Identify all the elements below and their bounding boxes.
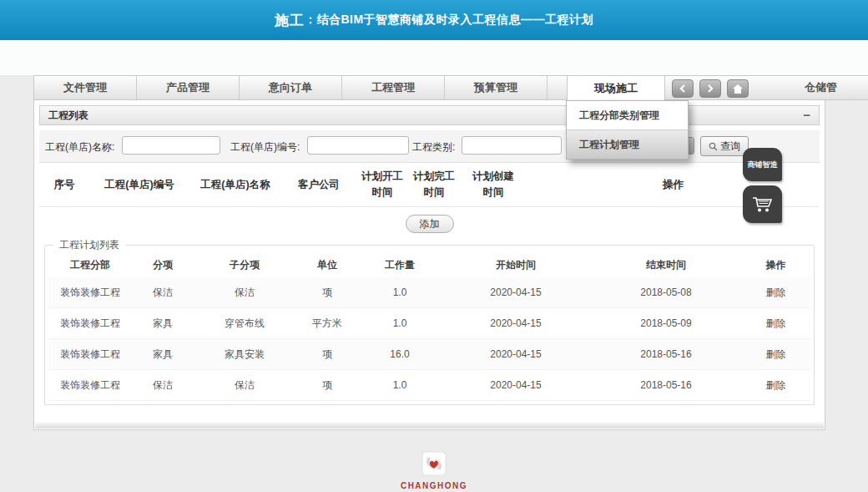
top-banner: 施工 ：结合BIM于智慧商铺及时录入工程信息——工程计划	[0, 0, 868, 40]
col-action: 操作	[741, 258, 810, 272]
project-code-input[interactable]	[307, 136, 409, 155]
table-row: 装饰装修工程 保洁 保洁 项 1.0 2020-04-15 2018-05-16…	[48, 370, 810, 401]
menu-item-plan-management[interactable]: 工程计划管理	[567, 129, 688, 159]
cell-item: 保洁	[132, 378, 194, 393]
scroll-left-button[interactable]	[672, 79, 694, 98]
col-subitem: 子分项	[194, 258, 295, 272]
panel-title: 工程列表	[48, 109, 803, 123]
col-unit: 单位	[295, 258, 359, 272]
delete-link[interactable]: 删除	[741, 347, 810, 362]
badge-label: 商铺智造	[748, 160, 778, 170]
add-button[interactable]: 添加	[406, 215, 454, 233]
table-row: 装饰装修工程 家具 家具安装 项 16.0 2020-04-15 2018-05…	[48, 339, 810, 370]
footer: CHANGHONG	[0, 451, 868, 490]
cell-division: 装饰装修工程	[48, 317, 132, 331]
col-project-code: 工程(单店)编号	[89, 177, 189, 193]
delete-link[interactable]: 删除	[741, 317, 810, 331]
plan-table-header: 工程分部 分项 子分项 单位 工作量 开始时间 结束时间 操作	[48, 252, 810, 277]
table-row: 装饰装修工程 家具 穿管布线 平方米 1.0 2020-04-15 2018-0…	[48, 308, 810, 339]
cell-end-time: 2018-05-08	[591, 287, 741, 298]
tab-file-management[interactable]: 文件管理	[34, 76, 137, 99]
cell-workload: 1.0	[359, 287, 441, 298]
banner-title: ：结合BIM于智慧商铺及时录入工程信息——工程计划	[305, 13, 593, 28]
project-code-label: 工程(单店)编号:	[230, 140, 300, 155]
horizontal-scrollbar[interactable]	[35, 421, 824, 429]
cell-workload: 16.0	[359, 348, 441, 360]
cell-unit: 平方米	[295, 317, 359, 331]
header-spacer	[0, 40, 868, 75]
cell-start-time: 2020-04-15	[441, 287, 591, 298]
project-list-panel: 工程列表 − 工程(单店)名称: 工程(单店)编号: 工程类别: 是否单店: 请…	[33, 100, 825, 430]
cell-subitem: 穿管布线	[194, 317, 295, 331]
tab-scroll-controls	[672, 79, 749, 98]
plan-list-legend: 工程计划列表	[53, 238, 125, 252]
chevron-right-icon	[706, 84, 714, 93]
col-end-time: 结束时间	[591, 258, 741, 272]
brand-name: CHANGHONG	[401, 481, 467, 490]
col-seq: 序号	[39, 177, 89, 193]
cell-subitem: 家具安装	[194, 347, 295, 362]
project-name-input[interactable]	[122, 136, 220, 155]
tab-product-management[interactable]: 产品管理	[137, 76, 240, 99]
scroll-right-button[interactable]	[699, 79, 721, 98]
cell-subitem: 保洁	[194, 286, 295, 300]
cell-item: 家具	[132, 347, 194, 362]
col-start-time: 开始时间	[441, 258, 591, 272]
search-icon	[709, 142, 718, 151]
delete-link[interactable]: 删除	[741, 286, 810, 300]
chevron-left-icon	[679, 84, 687, 93]
col-item: 分项	[132, 258, 194, 272]
cell-item: 家具	[132, 317, 194, 331]
cell-start-time: 2020-04-15	[441, 317, 591, 329]
cell-unit: 项	[295, 378, 359, 393]
search-toolbar: 工程(单店)名称: 工程(单店)编号: 工程类别: 是否单店: 请选择 ▼ 查询	[39, 130, 820, 163]
project-table-header: 序号 工程(单店)编号 工程(单店)名称 客户公司 计划开工时间 计划完工时间 …	[39, 163, 820, 207]
col-division: 工程分部	[48, 258, 132, 272]
collapse-button[interactable]: −	[803, 111, 810, 119]
col-plan-finish: 计划完工时间	[408, 169, 460, 200]
cell-end-time: 2018-05-16	[591, 379, 741, 391]
project-name-label: 工程(单店)名称:	[45, 140, 114, 155]
changhong-logo-icon	[419, 451, 449, 479]
cell-start-time: 2020-04-15	[441, 379, 591, 391]
table-row: 装饰装修工程 保洁 保洁 项 1.0 2020-04-15 2018-05-08…	[48, 277, 810, 308]
panel-header: 工程列表 −	[39, 105, 820, 125]
cell-division: 装饰装修工程	[48, 378, 132, 393]
home-button[interactable]	[727, 79, 749, 98]
shop-smart-badge[interactable]: 商铺智造	[743, 148, 782, 181]
site-construction-menu: 工程分部类别管理 工程计划管理	[566, 100, 689, 160]
project-type-label: 工程类别:	[412, 140, 455, 155]
cell-end-time: 2018-05-09	[591, 317, 741, 329]
col-project-name: 工程(单店)名称	[189, 177, 281, 193]
cell-subitem: 保洁	[194, 378, 295, 393]
tab-site-construction[interactable]: 现场施工	[567, 75, 665, 102]
col-customer: 客户公司	[281, 177, 356, 193]
menu-item-division-category[interactable]: 工程分部类别管理	[567, 101, 688, 129]
cell-start-time: 2020-04-15	[441, 348, 591, 360]
cart-badge[interactable]	[743, 185, 782, 223]
project-type-input[interactable]	[462, 136, 562, 155]
col-plan-start: 计划开工时间	[356, 169, 408, 200]
cell-item: 保洁	[132, 286, 194, 300]
col-plan-created: 计划创建时间	[460, 169, 527, 200]
cell-unit: 项	[295, 286, 359, 300]
home-icon	[733, 84, 743, 94]
banner-title-prefix: 施工	[275, 11, 305, 30]
search-button[interactable]: 查询	[700, 136, 749, 156]
cell-workload: 1.0	[359, 317, 441, 329]
tab-project-management[interactable]: 工程管理	[342, 76, 445, 99]
plan-list-section: 工程计划列表 工程分部 分项 子分项 单位 工作量 开始时间 结束时间 操作 装…	[44, 238, 815, 405]
cell-division: 装饰装修工程	[48, 347, 132, 362]
cell-end-time: 2018-05-16	[591, 348, 741, 360]
tab-budget-management[interactable]: 预算管理	[445, 76, 548, 99]
cart-icon	[751, 195, 774, 215]
cell-division: 装饰装修工程	[48, 286, 132, 300]
col-workload: 工作量	[359, 258, 441, 272]
delete-link[interactable]: 删除	[741, 378, 810, 393]
cell-workload: 1.0	[359, 379, 441, 391]
search-button-label: 查询	[720, 139, 740, 154]
tab-intent-orders[interactable]: 意向订单	[240, 76, 342, 99]
tab-warehouse-management[interactable]: 仓储管	[805, 76, 837, 99]
cell-unit: 项	[295, 347, 359, 362]
